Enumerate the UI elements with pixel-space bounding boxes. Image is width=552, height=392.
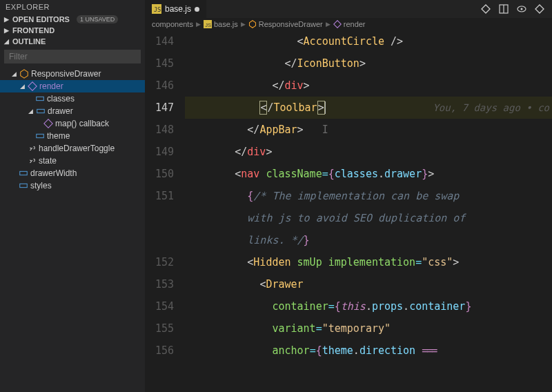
- svg-rect-3: [37, 109, 45, 112]
- method-icon: [333, 20, 342, 28]
- line-number-gutter: 144 145 146 147 148 149 150 151 152 153 …: [145, 30, 185, 392]
- svg-rect-17: [333, 21, 341, 28]
- tab-base-js[interactable]: JS base.js: [145, 0, 206, 18]
- svg-rect-6: [20, 171, 28, 175]
- breadcrumb-folder[interactable]: components: [152, 20, 193, 28]
- breadcrumb-method-label: render: [344, 20, 366, 28]
- variable-icon: [36, 106, 46, 116]
- line-number: 156: [145, 340, 174, 362]
- outline-section[interactable]: ◢ OUTLINE: [0, 36, 145, 47]
- more-icon[interactable]: [534, 3, 545, 14]
- property-icon: [27, 144, 37, 153]
- tree-label: drawer: [48, 106, 73, 116]
- line-number: 144: [145, 30, 174, 52]
- line-number: 155: [145, 317, 174, 340]
- chevron-right-icon: ▶: [196, 21, 201, 28]
- tree-label: classes: [47, 94, 75, 104]
- line-number: 152: [145, 251, 174, 273]
- chevron-down-icon: ◢: [27, 108, 34, 115]
- svg-rect-7: [20, 184, 28, 187]
- outline-item-styles[interactable]: styles: [0, 179, 145, 192]
- split-editor-icon[interactable]: [498, 3, 509, 14]
- tree-label: theme: [47, 131, 70, 141]
- dirty-indicator-icon: [195, 7, 199, 12]
- svg-text:JS: JS: [205, 22, 211, 28]
- line-number: 151: [145, 185, 174, 207]
- line-number: [145, 229, 174, 251]
- git-blame-annotation: You, 7 days ago • co: [433, 97, 552, 119]
- frontend-label: FRONTEND: [12, 26, 55, 35]
- open-editors-section[interactable]: ▶ OPEN EDITORS 1 UNSAVED: [0, 14, 145, 25]
- variable-icon: [35, 94, 45, 104]
- code-content[interactable]: <AccountCircle /> </IconButton> </div> <…: [185, 30, 552, 392]
- line-number: [145, 207, 174, 229]
- tree-label: handleDrawerToggle: [39, 144, 115, 153]
- svg-marker-0: [21, 70, 28, 78]
- svg-point-13: [521, 8, 523, 10]
- outline-label: OUTLINE: [12, 37, 46, 46]
- chevron-right-icon: ▶: [3, 16, 10, 23]
- outline-filter-input[interactable]: [4, 50, 141, 63]
- js-file-icon: JS: [204, 20, 212, 28]
- svg-rect-2: [37, 97, 44, 100]
- line-number: 153: [145, 273, 174, 295]
- chevron-right-icon: ▶: [3, 27, 10, 34]
- chevron-down-icon: ◢: [10, 70, 17, 77]
- breadcrumb-file[interactable]: JS base.js: [204, 20, 238, 28]
- outline-item-classes[interactable]: classes: [0, 92, 145, 105]
- open-editors-label: OPEN EDITORS: [12, 15, 70, 23]
- svg-marker-16: [249, 21, 255, 28]
- outline-item-mapcb[interactable]: map() callback: [0, 117, 145, 130]
- chevron-right-icon: ▶: [241, 21, 246, 28]
- breadcrumb-class[interactable]: ResponsiveDrawer: [248, 20, 323, 28]
- diamond-icon[interactable]: [480, 3, 491, 14]
- breadcrumb-file-label: base.js: [214, 20, 238, 28]
- breadcrumbs[interactable]: components ▶ JS base.js ▶ ResponsiveDraw…: [145, 18, 552, 30]
- svg-rect-5: [37, 134, 44, 137]
- variable-icon: [35, 131, 45, 141]
- method-icon: [43, 119, 53, 128]
- line-number: 146: [145, 75, 174, 97]
- explorer-title: EXPLORER: [0, 0, 145, 14]
- chevron-down-icon: ◢: [3, 38, 10, 45]
- line-number: 145: [145, 52, 174, 75]
- variable-icon: [19, 168, 28, 178]
- editor-group: JS base.js components ▶ JS base.js ▶ Res…: [145, 0, 552, 392]
- breadcrumb-class-label: ResponsiveDrawer: [259, 20, 323, 28]
- svg-rect-4: [44, 119, 52, 128]
- outline-tree: ◢ ResponsiveDrawer ◢ render classes ◢ dr…: [0, 66, 145, 193]
- variable-icon: [19, 181, 28, 190]
- property-icon: [27, 156, 37, 166]
- tab-filename: base.js: [165, 4, 191, 14]
- breadcrumb-method[interactable]: render: [333, 20, 366, 28]
- line-number: 148: [145, 119, 174, 141]
- outline-item-drawer[interactable]: ◢ drawer: [0, 105, 145, 117]
- tree-label: state: [39, 156, 57, 166]
- preview-icon[interactable]: [516, 3, 527, 14]
- unsaved-badge: 1 UNSAVED: [77, 15, 118, 23]
- method-icon: [28, 81, 37, 91]
- class-icon: [19, 69, 29, 79]
- tree-label: ResponsiveDrawer: [31, 69, 101, 79]
- js-file-icon: JS: [152, 4, 161, 14]
- tree-label: map() callback: [55, 119, 109, 128]
- tab-bar: JS base.js: [145, 0, 552, 18]
- explorer-sidebar: EXPLORER ▶ OPEN EDITORS 1 UNSAVED ▶ FRON…: [0, 0, 145, 392]
- line-number: 149: [145, 141, 174, 163]
- outline-item-theme[interactable]: theme: [0, 130, 145, 142]
- line-number: 154: [145, 295, 174, 317]
- frontend-section[interactable]: ▶ FRONTEND: [0, 25, 145, 36]
- editor-actions: [480, 3, 552, 14]
- outline-item-render[interactable]: ◢ render: [0, 80, 145, 92]
- class-icon: [248, 20, 257, 28]
- chevron-right-icon: ▶: [326, 21, 331, 28]
- line-number: 150: [145, 163, 174, 185]
- tree-label: drawerWidth: [30, 168, 77, 178]
- outline-item-handledrawertoggle[interactable]: handleDrawerToggle: [0, 142, 145, 155]
- tree-label: styles: [30, 181, 52, 190]
- outline-item-drawerwidth[interactable]: drawerWidth: [0, 167, 145, 179]
- outline-item-responsivedrawer[interactable]: ◢ ResponsiveDrawer: [0, 68, 145, 80]
- outline-item-state[interactable]: state: [0, 155, 145, 167]
- svg-text:JS: JS: [154, 6, 161, 13]
- code-editor[interactable]: 144 145 146 147 148 149 150 151 152 153 …: [145, 30, 552, 392]
